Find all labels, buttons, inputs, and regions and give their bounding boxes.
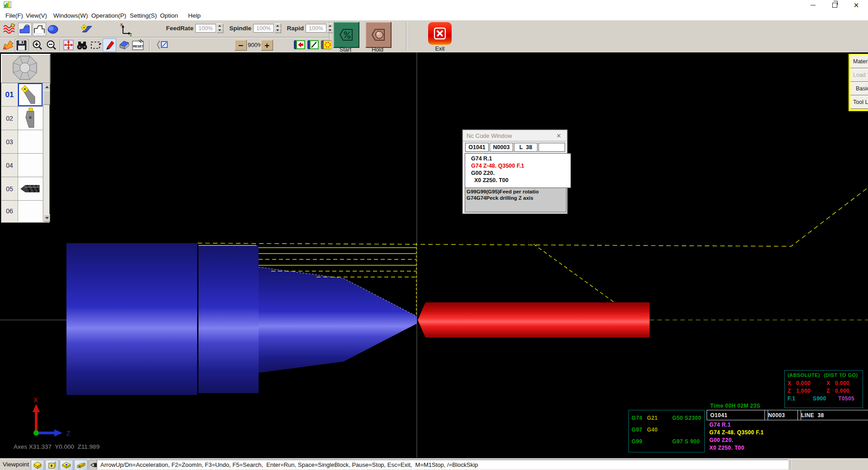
solid-cylinder-icon	[47, 24, 58, 34]
menu-help[interactable]: Help	[186, 11, 203, 20]
app-icon	[4, 1, 11, 9]
tool-insert-button[interactable]	[80, 22, 93, 36]
menu-operation[interactable]: Operation(P)	[90, 11, 128, 20]
nc-code-line: G00 Z20.	[471, 169, 571, 177]
start-button[interactable]	[333, 22, 359, 48]
exit-x-icon	[433, 27, 447, 40]
tool-slot-image[interactable]	[18, 201, 42, 221]
rotate-view-icon	[2, 39, 14, 51]
feedrate-label: FeedRate	[161, 25, 193, 32]
return-arrow-icon	[293, 40, 306, 50]
wireframe-view-button[interactable]	[33, 23, 46, 36]
rapid-input[interactable]	[306, 24, 326, 33]
scroll-up-button[interactable]	[43, 83, 50, 91]
restore-button[interactable]	[828, 1, 841, 9]
solid-profile-icon	[19, 24, 31, 35]
menu-option[interactable]: Option	[158, 11, 180, 20]
tool-slot-row[interactable]: 06	[1, 201, 49, 221]
scrollbar-thumb[interactable]	[43, 90, 50, 105]
dist-x-value: 0.000	[835, 380, 849, 386]
dist-z-value: 0.000	[835, 388, 849, 394]
program-status-panel: O1041 N0003 LINE 38 G74 R.1 G74 Z-48. Q3…	[707, 410, 867, 451]
feedrate-spinner[interactable]	[217, 24, 223, 32]
abs-x-axis: X	[788, 380, 791, 386]
tool-slot-image[interactable]	[18, 83, 42, 106]
viewpoint-front-button[interactable]	[45, 460, 59, 470]
cycle-time-readout: Time 00H 02M 23S	[710, 403, 760, 409]
viewpoint-top-button[interactable]	[60, 460, 73, 470]
menu-view[interactable]: View(V)	[24, 11, 49, 20]
fit-view-button[interactable]	[62, 39, 75, 51]
minimize-icon	[811, 5, 816, 5]
gcode-help-line: G99G99(G95)Feed per rotatio	[467, 189, 566, 195]
modal-gcode-panel: G74 G21 G50 S2300 G97 G40 G99 G97 S 900	[628, 410, 705, 452]
search-button[interactable]	[76, 39, 88, 51]
exit-button[interactable]	[428, 22, 452, 45]
abs-z-value: 1.000	[796, 388, 811, 394]
turret-icon	[2, 55, 48, 81]
tool-list-scrollbar[interactable]	[43, 83, 49, 221]
tool-slot-row[interactable]: 04	[1, 154, 49, 177]
scroll-down-button[interactable]	[43, 214, 50, 222]
tool-list-button[interactable]: Tool List	[850, 95, 868, 109]
basic-button-label: Basic	[853, 85, 868, 92]
solid-view-button[interactable]	[18, 23, 32, 36]
dialog-close-button[interactable]: ✕	[555, 132, 563, 140]
viewpoint-side-button[interactable]	[74, 460, 88, 470]
reset-button[interactable]: RESET	[131, 38, 145, 51]
tool-slot-row[interactable]: 02	[1, 107, 49, 130]
rapid-spinner[interactable]	[327, 24, 333, 32]
tool-slot-image[interactable]	[18, 130, 42, 153]
simulate-path-button[interactable]	[3, 23, 16, 35]
tool-slot-image[interactable]	[18, 177, 42, 200]
window-zoom-button[interactable]	[90, 39, 102, 51]
zoom-out-button[interactable]	[46, 39, 57, 51]
absolute-header: (ABSOLUTE)	[788, 372, 820, 378]
close-button[interactable]: ✕	[850, 1, 863, 9]
eraser-button[interactable]	[117, 39, 131, 51]
dialog-title: Nc Code Window	[467, 132, 512, 139]
measure-pen-button[interactable]	[103, 38, 116, 52]
nc-code-window[interactable]: Nc Code Window ✕ O1041 N0003 L 38 G74 R.…	[462, 130, 567, 214]
spindle-input[interactable]	[253, 24, 274, 33]
spindle-spinner[interactable]	[274, 24, 281, 32]
tool-slot-image[interactable]	[18, 107, 42, 130]
nc-code-window-button[interactable]	[156, 39, 169, 51]
material-button[interactable]: Material	[850, 55, 868, 68]
feedrate-input[interactable]	[195, 24, 216, 33]
turning-tool-icon	[18, 107, 42, 130]
program-code-line-current: G74 Z-48. Q3500 F.1	[709, 429, 764, 436]
tool-slot-row[interactable]: 01	[1, 83, 49, 107]
tool-slot-row[interactable]: 05	[1, 177, 49, 201]
minimize-button[interactable]	[807, 1, 819, 9]
basic-button[interactable]: Basic	[850, 82, 868, 95]
program-code-line: G00 Z20.	[709, 437, 733, 443]
load-tool-button[interactable]: Load Tool	[850, 68, 868, 82]
menu-windows[interactable]: Windows(W)	[52, 11, 90, 20]
machining-viewport[interactable]: X Z Axes X31.337 Y0.000 Z11.989	[0, 0, 868, 470]
display-zoom-out-button[interactable]: −	[235, 40, 247, 51]
mode-cycle-button[interactable]	[320, 39, 333, 50]
block-number: N0003	[764, 410, 801, 420]
zoom-in-button[interactable]	[32, 39, 43, 51]
hold-button[interactable]	[365, 22, 392, 48]
mode-edit-button[interactable]	[307, 39, 319, 50]
turret-indicator[interactable]	[1, 54, 51, 84]
save-button[interactable]	[15, 39, 28, 52]
viewpoint-iso-button[interactable]	[31, 460, 44, 470]
menu-setting[interactable]: Setting(S)	[128, 11, 159, 20]
display-zoom-in-button[interactable]: +	[261, 40, 273, 51]
coordinate-system-button[interactable]: x z	[118, 22, 133, 36]
solid-model-button[interactable]	[46, 23, 59, 35]
tool-slot-image[interactable]	[18, 154, 42, 177]
code-window-icon	[156, 39, 169, 51]
mode-return-button[interactable]	[293, 39, 306, 50]
nc-code-listing[interactable]: G74 R.1 G74 Z-48. Q3500 F.1 G00 Z20. X0 …	[465, 153, 571, 188]
reset-icon: RESET	[132, 39, 144, 51]
tool-slot-number: 02	[1, 107, 18, 130]
menu-file[interactable]: File(F)	[4, 11, 25, 20]
menu-bar: File(F) View(V) Windows(W) Operation(P) …	[0, 10, 868, 20]
view-orientation-button[interactable]	[2, 39, 14, 51]
axes-readout: Axes X31.337 Y0.000 Z11.989	[14, 443, 99, 450]
tool-slot-row[interactable]: 03	[1, 130, 49, 154]
